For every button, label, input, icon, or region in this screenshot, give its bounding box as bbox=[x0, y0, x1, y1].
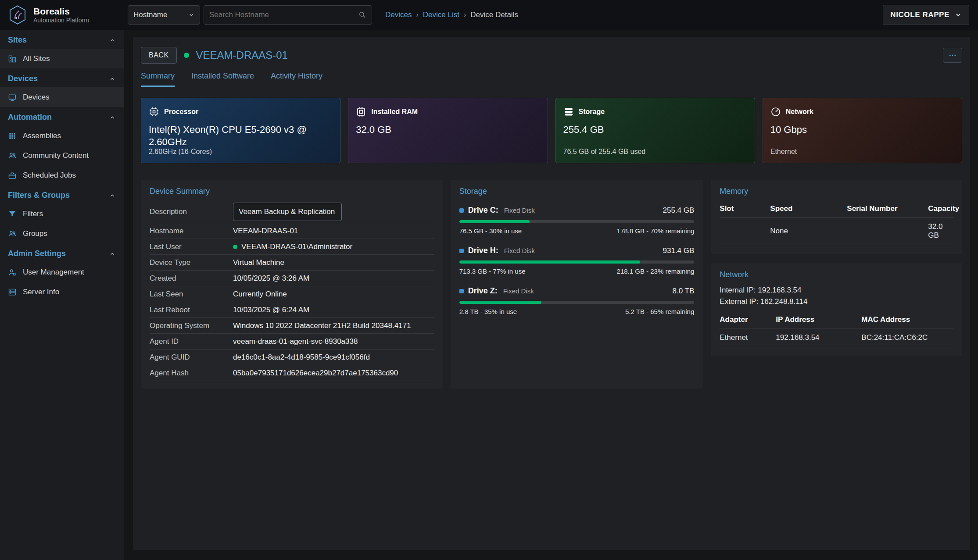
sidebar-item-filters[interactable]: Filters bbox=[0, 204, 124, 224]
device-summary-panel: Device Summary Description Hostname VEEA… bbox=[141, 180, 443, 389]
network-mac: BC:24:11:CA:C6:2C bbox=[861, 328, 953, 347]
search-icon[interactable] bbox=[358, 11, 366, 19]
summary-row-agent-id: Agent ID veeam-draas-01-agent-svc-8930a3… bbox=[150, 334, 434, 350]
storage-card: Storage 255.4 GB 76.5 GB of 255.4 GB use… bbox=[555, 98, 755, 163]
device-header: BACK VEEAM-DRAAS-01 bbox=[141, 47, 962, 64]
sidebar-item-label: Devices bbox=[23, 93, 49, 102]
device-summary-title: Device Summary bbox=[141, 180, 443, 200]
memory-panel: Memory Slot Speed Serial Number Capacity bbox=[711, 180, 962, 254]
drive-usage-bar bbox=[459, 220, 695, 223]
memory-col-capacity: Capacity bbox=[928, 200, 953, 218]
drive-usage-bar bbox=[459, 260, 695, 264]
drive-remaining-text: 218.1 GB - 23% remaining bbox=[617, 268, 695, 275]
online-status-dot bbox=[233, 245, 237, 249]
ram-value: 32.0 GB bbox=[356, 124, 527, 136]
row-label: Last Seen bbox=[150, 290, 233, 299]
breadcrumb-devices[interactable]: Devices bbox=[385, 11, 412, 19]
drive-bullet-icon bbox=[459, 289, 464, 293]
row-value: 10/05/2025 @ 3:26 AM bbox=[233, 274, 309, 283]
drive-name: Drive Z: bbox=[468, 286, 498, 296]
network-card: Network 10 Gbps Ethernet bbox=[763, 98, 962, 163]
topbar: Borealis Automation Platform Hostname De… bbox=[0, 0, 978, 30]
back-button[interactable]: BACK bbox=[141, 47, 177, 64]
network-col-adapter: Adapter bbox=[720, 311, 776, 328]
chevron-up-icon bbox=[109, 76, 115, 82]
drive-remaining-text: 5.2 TB - 65% remaining bbox=[625, 308, 694, 315]
breadcrumb-device-list[interactable]: Device List bbox=[423, 11, 459, 19]
description-input[interactable] bbox=[233, 203, 342, 221]
drive-size: 255.4 GB bbox=[663, 206, 694, 215]
people-icon bbox=[8, 229, 17, 238]
sidebar-section-filters-groups[interactable]: Filters & Groups bbox=[0, 185, 124, 204]
network-panel: Network Internal IP: 192.168.3.54 Extern… bbox=[711, 263, 962, 356]
sidebar-section-sites[interactable]: Sites bbox=[0, 30, 124, 49]
installed-ram-card: Installed RAM 32.0 GB bbox=[348, 98, 548, 163]
drive-usage-fill bbox=[459, 220, 530, 223]
ellipsis-icon bbox=[948, 51, 957, 60]
sidebar-item-server-info[interactable]: Server Info bbox=[0, 282, 124, 302]
network-col-mac: MAC Address bbox=[861, 311, 953, 328]
card-label: Storage bbox=[579, 108, 605, 116]
device-details-panel: BACK VEEAM-DRAAS-01 Summary Installed So… bbox=[133, 37, 970, 550]
row-label: Hostname bbox=[150, 227, 233, 235]
row-label: Agent ID bbox=[150, 337, 233, 346]
brand: Borealis Automation Platform bbox=[0, 4, 124, 25]
brand-subtitle: Automation Platform bbox=[33, 17, 89, 24]
gauge-icon bbox=[770, 107, 781, 117]
drive-usage-bar bbox=[459, 301, 695, 304]
drive-name: Drive H: bbox=[468, 246, 498, 255]
tab-installed-software[interactable]: Installed Software bbox=[191, 71, 254, 87]
card-label: Processor bbox=[164, 108, 198, 116]
processor-footer: 2.60GHz (16-Cores) bbox=[149, 148, 212, 156]
sidebar-item-all-sites[interactable]: All Sites bbox=[0, 49, 124, 68]
external-ip: External IP: 162.248.8.114 bbox=[720, 296, 953, 307]
search-input[interactable] bbox=[209, 11, 358, 19]
summary-row-last-user: Last User VEEAM-DRAAS-01\Administrator bbox=[150, 239, 434, 255]
user-menu-button[interactable]: NICOLE RAPPE bbox=[883, 5, 969, 25]
drive-used-text: 2.8 TB - 35% in use bbox=[459, 308, 517, 315]
memory-col-serial: Serial Number bbox=[847, 200, 928, 218]
sidebar-item-label: Groups bbox=[23, 229, 47, 238]
sidebar-section-devices[interactable]: Devices bbox=[0, 68, 124, 87]
sidebar-item-community-content[interactable]: Community Content bbox=[0, 146, 124, 165]
sidebar-section-automation[interactable]: Automation bbox=[0, 107, 124, 126]
server-icon bbox=[8, 288, 17, 296]
user-icon bbox=[8, 268, 17, 277]
drive-used-text: 713.3 GB - 77% in use bbox=[459, 268, 526, 275]
stat-cards: Processor Intel(R) Xeon(R) CPU E5-2690 v… bbox=[141, 98, 962, 163]
grid-icon bbox=[8, 132, 17, 140]
summary-row-description: Description bbox=[150, 200, 434, 223]
row-label: Agent GUID bbox=[150, 353, 233, 362]
row-label: Operating System bbox=[150, 321, 233, 330]
row-value: veeam-draas-01-agent-svc-8930a338 bbox=[233, 337, 358, 346]
summary-row-last-seen: Last Seen Currently Online bbox=[150, 286, 434, 302]
row-label: Created bbox=[150, 274, 233, 283]
sidebar-item-assemblies[interactable]: Assemblies bbox=[0, 126, 124, 146]
row-label: Agent Hash bbox=[150, 369, 233, 378]
chevron-up-icon bbox=[109, 193, 115, 199]
memory-capacity: 32.0 GB bbox=[928, 218, 953, 245]
tab-activity-history[interactable]: Activity History bbox=[271, 71, 322, 87]
sidebar-item-groups[interactable]: Groups bbox=[0, 224, 124, 243]
drive-type: Fixed Disk bbox=[504, 247, 535, 254]
caret-down-icon bbox=[188, 12, 194, 18]
more-actions-button[interactable] bbox=[943, 48, 962, 63]
sidebar-item-label: Assemblies bbox=[23, 132, 61, 140]
funnel-icon bbox=[8, 210, 17, 218]
sidebar-item-scheduled-jobs[interactable]: Scheduled Jobs bbox=[0, 165, 124, 185]
drive-size: 931.4 GB bbox=[663, 246, 694, 255]
memory-table: Slot Speed Serial Number Capacity None bbox=[720, 200, 953, 245]
summary-row-last-reboot: Last Reboot 10/03/2025 @ 6:24 AM bbox=[150, 302, 434, 318]
cpu-icon bbox=[149, 107, 159, 117]
hostname-filter-select[interactable]: Hostname bbox=[128, 5, 200, 25]
section-label: Automation bbox=[8, 113, 52, 122]
sidebar-item-devices[interactable]: Devices bbox=[0, 87, 124, 107]
memory-row: None 32.0 GB bbox=[720, 218, 953, 245]
sidebar-section-admin-settings[interactable]: Admin Settings bbox=[0, 243, 124, 262]
tab-summary[interactable]: Summary bbox=[141, 71, 175, 87]
sidebar-item-user-management[interactable]: User Management bbox=[0, 262, 124, 282]
row-label: Device Type bbox=[150, 258, 233, 267]
section-label: Admin Settings bbox=[8, 249, 66, 258]
summary-row-agent-guid: Agent GUID de16c0c1-8aa2-4d18-9585-9ce91… bbox=[150, 350, 434, 365]
ram-icon bbox=[356, 107, 366, 117]
